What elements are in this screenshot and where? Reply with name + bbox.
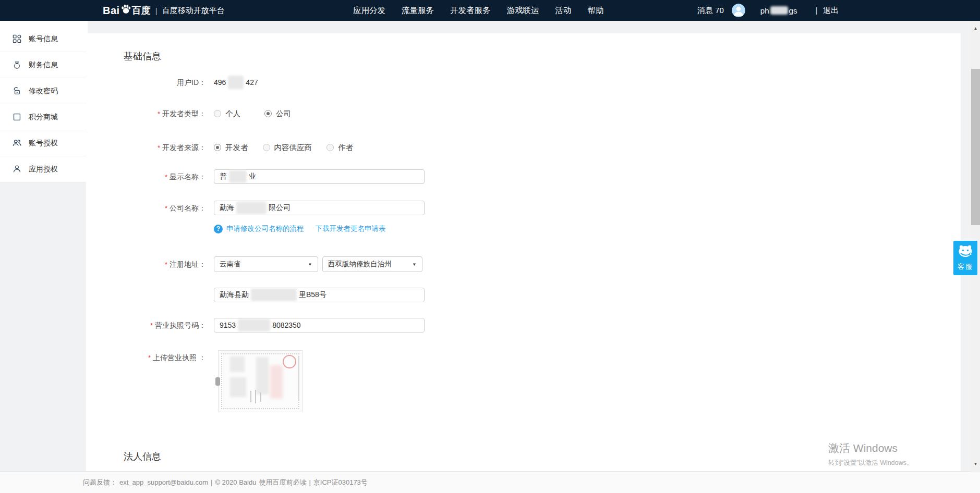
modify-company-name-link[interactable]: 申请修改公司名称的流程 <box>226 224 304 233</box>
redaction-blur <box>251 289 297 301</box>
section-title-basic-info: 基础信息 <box>124 50 161 63</box>
display-name-label: *显示名称： <box>86 169 206 184</box>
radio-developer[interactable] <box>214 144 221 151</box>
sidebar-item-finance-info[interactable]: 财务信息 <box>0 52 88 78</box>
radio-author[interactable] <box>326 144 334 151</box>
copyright-text: © 2020 Baidu <box>215 478 256 486</box>
redaction-blur <box>236 202 267 214</box>
nav-item-game-union[interactable]: 游戏联运 <box>507 5 539 16</box>
scroll-up-button[interactable]: ▲ <box>971 24 980 33</box>
address-detail-input[interactable]: 勐海县勐 里B58号 <box>214 288 425 302</box>
nav-item-app-distribution[interactable]: 应用分发 <box>353 5 385 16</box>
radio-option-company[interactable]: 公司 <box>264 109 291 119</box>
box-icon <box>12 112 22 122</box>
platform-title: 百度移动开放平台 <box>162 6 225 16</box>
nav-item-activity[interactable]: 活动 <box>555 5 572 16</box>
nav-right-cluster: 消息 70 ph gs | 退出 <box>697 0 839 21</box>
ring-icon <box>12 60 22 70</box>
radio-personal[interactable] <box>214 110 221 117</box>
company-name-label: *公司名称： <box>86 201 206 216</box>
sidebar-item-change-password[interactable]: a 修改密码 <box>0 78 88 104</box>
avatar[interactable] <box>732 4 745 17</box>
redaction-blur <box>228 76 244 89</box>
sidebar-item-account-info[interactable]: 账号信息 <box>0 26 88 52</box>
user-id-label: *用户ID： <box>86 75 206 90</box>
nav-divider: | <box>815 6 817 15</box>
scrollbar-thumb[interactable] <box>971 69 980 225</box>
logo-text-baidu: 百度 <box>132 4 151 17</box>
nav-item-help[interactable]: 帮助 <box>588 5 604 16</box>
registered-address-label: *注册地址： <box>86 257 206 272</box>
radio-company[interactable] <box>264 110 272 117</box>
section-title-legal-person: 法人信息 <box>124 450 161 463</box>
username-prefix: ph <box>760 6 769 15</box>
baidu-logo[interactable]: Bai 百度 | 百度移动开放平台 <box>103 0 225 21</box>
sidebar: 账号信息 财务信息 a 修改密码 <box>0 21 88 182</box>
unlock-icon: a <box>12 86 22 96</box>
grid-icon <box>12 34 22 44</box>
developer-source-label: *开发者来源： <box>86 140 206 155</box>
question-icon[interactable]: ? <box>214 225 223 233</box>
nav-item-developer-service[interactable]: 开发者服务 <box>450 5 491 16</box>
must-read-link[interactable]: 使用百度前必读 <box>259 478 306 487</box>
redaction-blur <box>238 319 270 331</box>
page-root: Bai 百度 | 百度移动开放平台 应用分发 流量服务 开发者服务 游戏联运 活… <box>0 0 980 493</box>
customer-service-button[interactable]: 客服 <box>953 241 977 275</box>
logout-link[interactable]: 退出 <box>823 6 839 16</box>
messages-link[interactable]: 消息 70 <box>697 6 724 16</box>
field-row-company-name: *公司名称： 勐海 限公司 <box>86 200 950 216</box>
field-row-display-name: *显示名称： 普 业 <box>86 169 950 184</box>
baidu-paw-icon <box>120 4 131 15</box>
radio-option-author[interactable]: 作者 <box>326 143 353 153</box>
field-row-developer-type: *开发者类型： 个人 公司 <box>86 106 950 121</box>
main-nav: 应用分发 流量服务 开发者服务 游戏联运 活动 帮助 <box>353 0 604 21</box>
radio-option-content-provider[interactable]: 内容供应商 <box>263 143 312 153</box>
radio-option-developer[interactable]: 开发者 <box>214 143 248 153</box>
company-name-input[interactable]: 勐海 限公司 <box>214 201 425 215</box>
download-rename-form-link[interactable]: 下载开发者更名申请表 <box>316 224 386 233</box>
logo-text-bai: Bai <box>103 5 120 17</box>
field-row-license-number: *营业执照号码： 9153 8082350 <box>86 317 950 333</box>
province-select[interactable]: 云南省 ▼ <box>214 256 318 272</box>
field-row-license-upload: *上传营业执照 ： <box>86 350 950 418</box>
sidebar-item-app-authorization[interactable]: 应用授权 <box>0 156 88 182</box>
license-number-input[interactable]: 9153 8082350 <box>214 318 425 332</box>
city-select[interactable]: 西双版纳傣族自治州 ▼ <box>322 256 422 272</box>
account-info-panel: 基础信息 *用户ID： 496 427 *开发者类型： 个 <box>86 33 961 471</box>
logo-divider: | <box>155 6 158 15</box>
sidebar-item-points-mall[interactable]: 积分商城 <box>0 104 88 130</box>
field-row-help-links: ? 申请修改公司名称的流程 下载开发者更名申请表 <box>86 221 950 237</box>
nav-item-traffic-service[interactable]: 流量服务 <box>402 5 434 16</box>
field-row-registered-address: *注册地址： 云南省 ▼ 西双版纳傣族自治州 ▼ <box>86 256 950 273</box>
redaction-blur <box>229 170 247 183</box>
sidebar-item-label: 财务信息 <box>29 60 58 70</box>
sidebar-item-label: 积分商城 <box>29 113 58 122</box>
developer-type-label: *开发者类型： <box>86 106 206 121</box>
support-email: ext_app_support@baidu.com <box>119 478 208 486</box>
chevron-down-icon: ▼ <box>308 262 312 267</box>
redaction-blur <box>770 6 788 15</box>
field-row-user-id: *用户ID： 496 427 <box>86 75 950 90</box>
user-icon <box>12 164 22 174</box>
sidebar-item-label: 应用授权 <box>29 165 58 174</box>
field-row-address-detail: 勐海县勐 里B58号 <box>86 287 950 303</box>
sidebar-item-label: 修改密码 <box>29 87 58 96</box>
radio-content-provider[interactable] <box>263 144 270 151</box>
sidebar-item-account-authorization[interactable]: 账号授权 <box>0 130 88 156</box>
username-suffix: gs <box>789 6 797 15</box>
business-license-image[interactable] <box>218 350 303 412</box>
icp-number: 京ICP证030173号 <box>313 478 368 487</box>
username[interactable]: ph gs <box>760 6 797 15</box>
service-bear-icon <box>957 244 974 261</box>
sidebar-item-label: 账号信息 <box>29 34 58 44</box>
svg-text:a: a <box>16 91 18 94</box>
feedback-label: 问题反馈： <box>83 478 117 487</box>
top-navbar: Bai 百度 | 百度移动开放平台 应用分发 流量服务 开发者服务 游戏联运 活… <box>0 0 980 21</box>
page-footer: 问题反馈： ext_app_support@baidu.com | © 2020… <box>0 471 980 493</box>
scroll-down-button[interactable]: ▼ <box>971 460 980 469</box>
display-name-input[interactable]: 普 业 <box>214 169 425 184</box>
radio-option-personal[interactable]: 个人 <box>214 109 240 119</box>
field-row-developer-source: *开发者来源： 开发者 内容供应商 作者 <box>86 140 950 155</box>
sidebar-item-label: 账号授权 <box>29 139 58 148</box>
license-upload-label: *上传营业执照 ： <box>86 350 206 365</box>
